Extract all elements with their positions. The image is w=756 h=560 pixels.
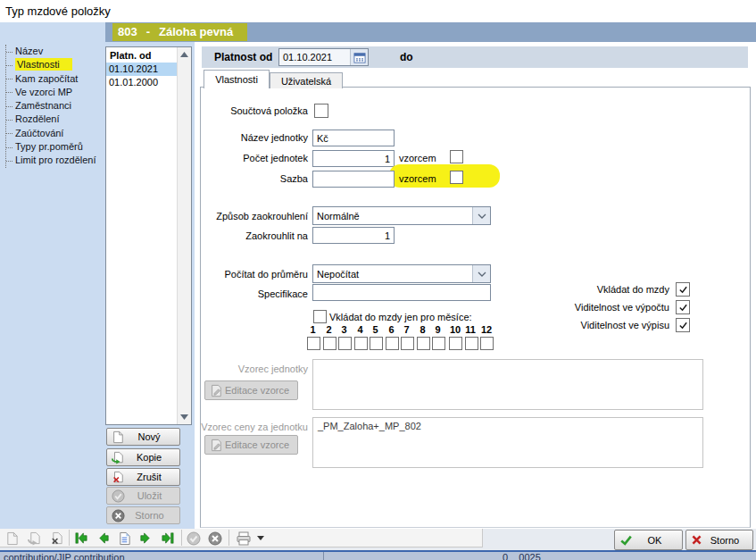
copy-icon [25, 531, 43, 546]
month-number: 12 [479, 324, 494, 335]
price-formula-box[interactable]: _PM_Zaloha+_MP_802 [312, 417, 703, 468]
month-checkbox-1[interactable] [307, 337, 320, 350]
month-number: 5 [370, 324, 381, 335]
rounding-method-label: Způsob zaokrouhlení [196, 211, 308, 221]
storno-record-button: Storno [106, 506, 180, 524]
previous-record-icon[interactable] [95, 531, 112, 546]
month-checkbox-5[interactable] [370, 337, 383, 350]
specification-field[interactable] [312, 284, 491, 301]
ok-button[interactable]: OK [614, 530, 683, 550]
sidebar-item-limit-pro-rozdeleni[interactable]: Limit pro rozdělení [6, 154, 96, 167]
next-record-icon[interactable] [136, 531, 154, 546]
tab-uzivatelska[interactable]: Uživatelská [270, 72, 343, 88]
unit-formula-label: Vzorec jednotky [192, 364, 308, 374]
check-icon [678, 285, 688, 295]
new-page-icon [3, 531, 21, 546]
delete-icon [47, 531, 65, 546]
wage-item-type-window: Typ mzdové položky 803-Záloha pevná Náze… [0, 0, 756, 560]
average-select[interactable]: Nepočítat [312, 264, 491, 283]
last-record-icon[interactable] [158, 531, 176, 546]
month-number: 10 [448, 324, 462, 335]
new-record-label: Nový [124, 431, 179, 442]
unit-name-field[interactable]: Kč [312, 130, 395, 146]
sidebar-item-vlastnosti[interactable]: Vlastnosti [6, 58, 96, 71]
first-record-icon[interactable] [72, 531, 90, 546]
month-checkbox-4[interactable] [354, 337, 368, 350]
calendar-icon[interactable] [350, 49, 368, 65]
price-formula-label: Vzorec ceny za jednotku [192, 422, 308, 432]
validity-date-list: Platn. od 01.10.2021 01.01.2000 [105, 46, 192, 425]
ok-label: OK [633, 535, 682, 546]
month-number: 11 [463, 324, 478, 335]
validity-list-scrollbar[interactable] [177, 47, 191, 424]
month-checkbox-9[interactable] [432, 337, 445, 350]
month-number: 4 [354, 324, 366, 335]
save-check-icon [112, 489, 125, 503]
month-checkbox-3[interactable] [338, 337, 352, 350]
month-checkbox-6[interactable] [386, 337, 399, 350]
month-checkbox-7[interactable] [401, 337, 414, 350]
storno-x-icon [691, 534, 702, 546]
round-to-field[interactable]: 1 [312, 227, 395, 244]
delete-record-button[interactable]: Zrušit [106, 468, 180, 486]
sidebar-item-zauctovani[interactable]: Zaúčtování [6, 127, 96, 140]
copy-record-label: Kopie [124, 452, 179, 463]
unit-count-field[interactable]: 1 [312, 150, 395, 167]
print-icon[interactable] [234, 531, 253, 546]
edit-unit-formula-label: Editace vzorce [222, 385, 297, 396]
unit-formula-box[interactable] [312, 359, 703, 410]
storno-button[interactable]: Storno [685, 530, 753, 550]
sidebar-item-typy-pr-pomeru[interactable]: Typy pr.poměrů [6, 140, 96, 154]
sidebar-item-nazev[interactable]: Název [6, 45, 96, 58]
validity-to-label: do [400, 51, 413, 63]
insert-into-wage-checkbox[interactable] [676, 282, 690, 297]
check-icon [678, 303, 688, 313]
sidebar-item-zamestnanci[interactable]: Zaměstnanci [6, 99, 96, 113]
validity-list-row[interactable]: 01.01.2000 [106, 76, 179, 89]
delete-record-label: Zrušit [124, 472, 179, 482]
tab-vlastnosti[interactable]: Vlastnosti [204, 70, 270, 88]
scroll-down-icon[interactable] [178, 410, 191, 424]
insert-into-wage-label: Vkládat do mzdy [500, 284, 669, 295]
average-value: Nepočítat [313, 269, 472, 280]
browse-icon[interactable] [115, 531, 133, 546]
storno-cross-icon [112, 509, 125, 522]
bottom-toolbar [0, 529, 483, 547]
unit-count-formula-checkbox[interactable] [450, 150, 463, 163]
cancel-icon [206, 531, 224, 546]
month-checkbox-10[interactable] [449, 337, 462, 350]
month-number: 2 [323, 324, 335, 335]
month-checkbox-2[interactable] [323, 337, 336, 350]
scroll-up-icon[interactable] [178, 47, 191, 62]
months-only-checkbox[interactable] [313, 310, 327, 323]
record-header-bar: 803-Záloha pevná [105, 22, 756, 42]
chevron-down-icon[interactable] [472, 207, 490, 224]
validity-list-row-selected[interactable]: 01.10.2021 [106, 63, 179, 76]
sidebar-item-kam-zapocitat[interactable]: Kam započítat [6, 72, 96, 86]
print-dropdown-caret-icon[interactable] [255, 531, 266, 546]
visibility-calc-checkbox[interactable] [676, 300, 690, 314]
confirm-icon [185, 531, 203, 546]
rate-formula-checkbox[interactable] [450, 171, 463, 184]
status-divider [323, 552, 324, 560]
month-checkbox-8[interactable] [417, 337, 430, 350]
new-record-button[interactable]: Nový [106, 428, 180, 446]
record-separator: - [146, 25, 150, 38]
validity-from-value: 01.10.2021 [279, 52, 350, 63]
sidebar-item-rozdeleni[interactable]: Rozdělení [6, 113, 96, 126]
save-record-label: Uložit [125, 490, 179, 501]
validity-from-field[interactable]: 01.10.2021 [278, 48, 369, 66]
sidebar-menu: Název Vlastnosti Kam započítat Ve vzorci… [5, 45, 96, 168]
month-checkbox-11[interactable] [465, 337, 478, 350]
edit-formula-icon [210, 384, 222, 397]
visibility-report-checkbox[interactable] [676, 318, 690, 332]
edit-price-formula-button: Editace vzorce [204, 435, 298, 455]
rate-field[interactable] [312, 171, 395, 188]
chevron-down-icon[interactable] [472, 265, 490, 282]
sidebar-item-ve-vzorci-mp[interactable]: Ve vzorci MP [6, 86, 96, 99]
rounding-method-select[interactable]: Normálně [312, 206, 491, 225]
sum-item-checkbox[interactable] [314, 104, 328, 118]
unit-count-formula-label: vzorcem [399, 153, 436, 163]
copy-record-button[interactable]: Kopie [106, 448, 180, 466]
month-checkbox-12[interactable] [480, 337, 494, 350]
